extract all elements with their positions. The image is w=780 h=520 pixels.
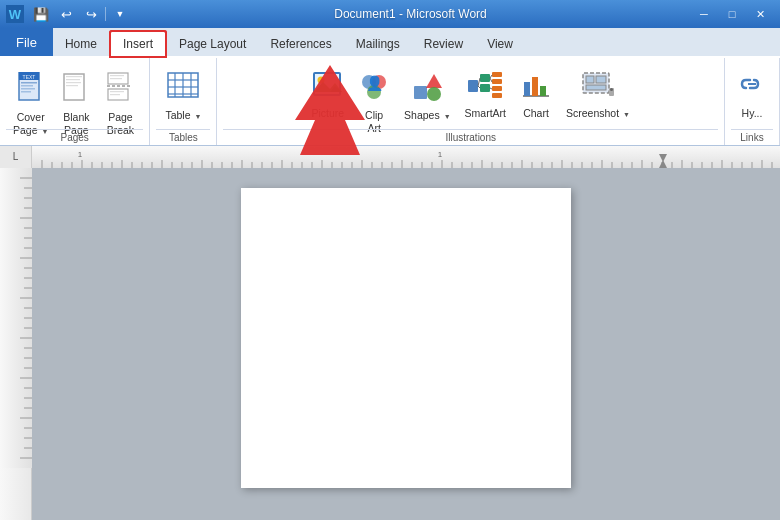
title-bar: W 💾 ↩ ↪ ▼ Document1 - Microsoft Word ─ □…	[0, 0, 780, 28]
blank-page-button[interactable]: BlankPage	[55, 67, 97, 127]
links-group-label: Links	[731, 129, 773, 145]
table-icon	[167, 72, 199, 107]
window-title: Document1 - Microsoft Word	[135, 7, 686, 21]
screenshot-button[interactable]: Screenshot ▼	[561, 67, 635, 127]
redo-button[interactable]: ↪	[80, 4, 102, 24]
shapes-button[interactable]: Shapes ▼	[399, 67, 455, 127]
pages-buttons: TEXT CoverPage ▼	[6, 58, 143, 129]
svg-rect-50	[524, 82, 530, 96]
ruler-corner-label: L	[13, 151, 19, 162]
vertical-ruler	[0, 168, 32, 520]
app-icon: W	[6, 5, 24, 23]
svg-line-44	[478, 78, 480, 86]
table-button[interactable]: Table ▼	[158, 67, 208, 127]
shapes-icon	[412, 72, 442, 107]
chart-icon	[521, 72, 551, 105]
picture-button[interactable]: Picture	[306, 67, 349, 127]
tab-review[interactable]: Review	[412, 32, 475, 56]
svg-line-47	[490, 78, 492, 82]
ribbon-group-illustrations: Picture 👤 ClipArt	[217, 58, 725, 145]
screenshot-icon	[582, 72, 614, 105]
pages-group-label: Pages	[6, 129, 143, 145]
undo-button[interactable]: ↩	[55, 4, 77, 24]
cover-page-button[interactable]: TEXT CoverPage ▼	[8, 67, 53, 127]
smartart-icon	[468, 72, 502, 105]
ribbon-group-links: Hy... Links	[725, 58, 780, 145]
ruler-row: L	[0, 146, 780, 168]
ribbon-tab-row: File Home Insert Page Layout References …	[0, 28, 780, 56]
tab-mailings[interactable]: Mailings	[344, 32, 412, 56]
document-area	[0, 168, 780, 520]
links-buttons: Hy...	[731, 58, 773, 129]
ruler-corner[interactable]: L	[0, 146, 32, 168]
svg-rect-39	[480, 84, 490, 92]
svg-rect-51	[532, 77, 538, 96]
svg-line-45	[478, 86, 480, 88]
customize-qa-button[interactable]: ▼	[109, 4, 131, 24]
svg-rect-6	[21, 91, 31, 93]
svg-rect-9	[66, 79, 80, 80]
table-label: Table ▼	[165, 109, 201, 122]
svg-rect-55	[596, 76, 606, 83]
svg-rect-62	[32, 146, 780, 168]
svg-rect-52	[540, 86, 546, 96]
svg-rect-42	[492, 86, 502, 91]
svg-rect-7	[64, 74, 84, 100]
svg-rect-37	[468, 80, 478, 92]
cover-page-icon: TEXT	[17, 72, 45, 109]
svg-rect-11	[66, 85, 78, 86]
chart-button[interactable]: Chart	[515, 67, 557, 127]
svg-rect-17	[110, 91, 124, 92]
tab-references[interactable]: References	[258, 32, 343, 56]
svg-rect-43	[492, 93, 502, 98]
hyperlink-button[interactable]: Hy...	[733, 67, 771, 127]
svg-text:1: 1	[78, 150, 83, 159]
svg-rect-10	[66, 82, 81, 83]
svg-point-36	[427, 87, 441, 101]
page-break-button[interactable]: PageBreak	[99, 67, 141, 127]
smartart-button[interactable]: SmartArt	[460, 67, 511, 127]
smartart-label: SmartArt	[465, 107, 506, 120]
horizontal-ruler: 1 1	[32, 146, 780, 168]
svg-marker-35	[426, 74, 442, 88]
svg-text:👤: 👤	[366, 75, 384, 92]
screenshot-label: Screenshot ▼	[566, 107, 630, 120]
svg-rect-4	[21, 85, 33, 87]
shapes-label: Shapes ▼	[404, 109, 450, 122]
minimize-button[interactable]: ─	[690, 0, 718, 28]
blank-page-icon	[63, 72, 89, 109]
clip-art-button[interactable]: 👤 ClipArt	[353, 67, 395, 127]
svg-line-46	[490, 75, 492, 78]
svg-rect-18	[110, 94, 120, 95]
svg-text:1: 1	[438, 150, 443, 159]
svg-rect-3	[21, 82, 37, 84]
page-break-icon	[107, 72, 133, 109]
ribbon-group-pages: TEXT CoverPage ▼	[0, 58, 150, 145]
tab-file[interactable]: File	[0, 28, 53, 56]
ribbon-group-tables: Table ▼ Tables	[150, 58, 217, 145]
close-button[interactable]: ✕	[746, 0, 774, 28]
quick-access-toolbar: 💾 ↩ ↪ ▼	[30, 4, 131, 24]
svg-rect-5	[21, 88, 35, 90]
save-button[interactable]: 💾	[30, 4, 52, 24]
picture-label: Picture	[311, 107, 344, 120]
svg-rect-34	[414, 86, 427, 99]
svg-point-58	[610, 88, 613, 91]
tab-insert[interactable]: Insert	[109, 30, 167, 58]
svg-point-27	[317, 77, 324, 84]
document-scroll-area[interactable]	[32, 168, 780, 520]
illustrations-buttons: Picture 👤 ClipArt	[304, 58, 637, 129]
tab-view[interactable]: View	[475, 32, 525, 56]
tab-page-layout[interactable]: Page Layout	[167, 32, 258, 56]
tab-home[interactable]: Home	[53, 32, 109, 56]
hyperlink-label: Hy...	[742, 107, 763, 120]
hyperlink-icon	[738, 72, 766, 105]
picture-icon	[313, 72, 343, 105]
svg-rect-41	[492, 79, 502, 84]
svg-rect-14	[110, 78, 122, 79]
svg-rect-8	[66, 76, 82, 77]
window-controls: ─ □ ✕	[690, 0, 774, 28]
maximize-button[interactable]: □	[718, 0, 746, 28]
document-page	[241, 188, 571, 488]
svg-rect-54	[586, 76, 594, 83]
